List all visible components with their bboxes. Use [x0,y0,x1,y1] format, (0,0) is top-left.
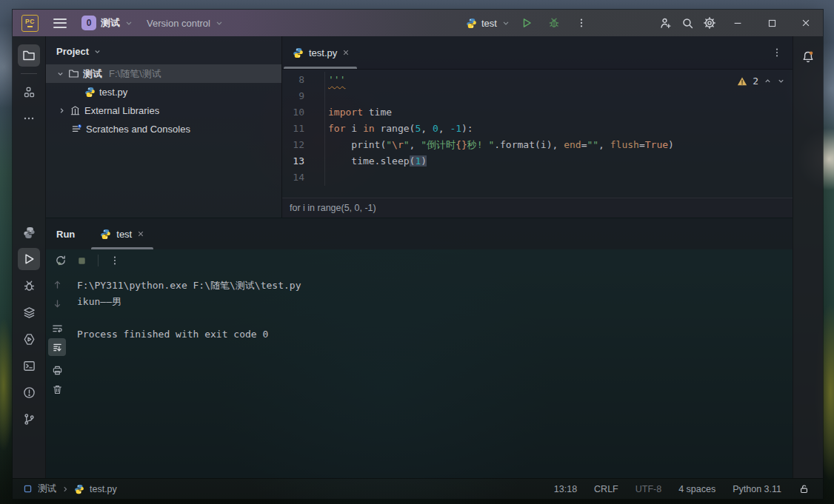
tree-row-external-libraries[interactable]: External Libraries [46,101,281,120]
settings-button[interactable] [698,13,721,33]
structure-tool-button[interactable] [18,81,40,103]
status-item[interactable]: 4 spaces [678,484,715,494]
debug-button[interactable] [543,13,565,33]
chevron-up-icon[interactable] [764,77,772,85]
scroll-to-end-button[interactable] [48,338,66,356]
close-icon [801,18,811,28]
status-item[interactable]: 13:18 [554,484,577,494]
tab-close-icon[interactable] [342,49,350,56]
python-icon [84,87,96,98]
editor-context-bar[interactable]: for i in range(5, 0, -1) [282,198,793,218]
project-badge: 0 [81,16,96,30]
folder-icon [22,49,36,62]
run-panel-header: Run test [46,218,793,249]
notifications-button[interactable] [797,46,819,68]
code-editor[interactable]: 2 8'''9 10import time11for i in range(5,… [282,70,793,198]
code-line[interactable]: 11for i in range(5, 0, -1): [282,121,793,137]
maximize-button[interactable] [755,10,789,36]
status-item[interactable]: CRLF [594,484,618,494]
top-row: Project 测试 F:\随笔\测试 test.py [46,36,793,218]
line-number[interactable]: 12 [282,137,324,153]
python-icon [466,18,477,29]
tree-row-scratches[interactable]: Scratches and Consoles [46,120,281,138]
code-line[interactable]: 8''' [282,72,793,88]
more-actions-button[interactable] [570,13,593,33]
lock-open-icon[interactable] [798,483,810,494]
status-item[interactable]: Python 3.11 [733,484,781,494]
right-tool-stripe [793,36,823,478]
libraries-icon [70,105,81,116]
status-breadcrumb[interactable]: 测试 test.py [23,483,117,495]
main-menu-icon[interactable] [52,16,68,31]
code-line[interactable]: 14 [282,169,793,186]
line-number[interactable]: 13 [282,153,324,169]
run-tab-test[interactable]: test [91,218,153,249]
more-vertical-icon [110,255,120,266]
stop-button[interactable] [73,252,90,269]
editor-tab-test-py[interactable]: test.py [282,36,358,69]
minimize-button[interactable] [721,10,755,36]
run-more-options-button[interactable] [106,252,124,269]
project-root-label: 测试 [83,67,102,81]
pycharm-logo[interactable]: PC [21,15,39,32]
code-line[interactable]: 12 print("\r", "倒计时{}秒! ".format(i), end… [282,137,793,153]
run-panel-title[interactable]: Run [56,229,75,240]
python-packages-tool-button[interactable] [18,221,40,243]
project-panel-header[interactable]: Project [46,36,281,64]
printer-icon [52,365,63,376]
tab-close-icon[interactable] [137,230,144,238]
more-tool-windows-button[interactable] [18,107,40,130]
run-tool-button[interactable] [18,248,40,270]
jump-down-button[interactable] [48,295,66,312]
clear-console-button[interactable] [48,380,66,398]
folder-icon [68,68,79,79]
project-widget[interactable]: 0 测试 [81,16,133,30]
arrow-up-icon [52,279,63,290]
debug-tool-button[interactable] [18,275,40,297]
chevron-down-icon [124,19,133,27]
code-line[interactable]: 13 time.sleep(1) [282,153,793,169]
content-area: Project 测试 F:\随笔\测试 test.py [46,36,793,478]
jump-up-button[interactable] [48,275,66,293]
console-output[interactable]: F:\PY311\python.exe F:\随笔\测试\test.pyikun… [68,272,793,478]
more-vertical-icon [772,47,782,58]
chevron-collapsed-icon[interactable] [58,107,66,115]
problems-tool-button[interactable] [18,381,40,403]
version-control-menu[interactable]: Version control [147,18,224,29]
line-number[interactable]: 11 [282,121,324,137]
code-with-me-button[interactable] [654,13,676,33]
tree-row-project-root[interactable]: 测试 F:\随笔\测试 [46,64,281,83]
services-tool-button[interactable] [18,328,40,350]
line-number[interactable]: 8 [282,72,324,88]
editor-tab-label: test.py [309,47,337,58]
services-layers-tool-button[interactable] [18,301,40,323]
code-line[interactable]: 9 [282,88,793,104]
terminal-tool-button[interactable] [18,355,40,377]
chevron-down-icon[interactable] [777,77,785,85]
version-control-tool-button[interactable] [18,408,40,430]
play-icon [521,17,533,29]
tree-row-file[interactable]: test.py [46,83,281,101]
chevron-expanded-icon[interactable] [56,70,64,78]
line-number[interactable]: 9 [282,88,324,104]
console-line: ikun——男 [77,294,793,310]
inspections-widget[interactable]: 2 [737,75,785,87]
version-control-label: Version control [147,18,210,29]
console-line: Process finished with exit code 0 [77,326,793,343]
status-item[interactable]: UTF-8 [635,484,661,494]
editor-tab-options-button[interactable] [769,44,785,61]
run-button[interactable] [516,13,538,33]
line-number[interactable]: 10 [282,104,324,121]
rerun-button[interactable] [52,252,70,269]
print-button[interactable] [48,361,66,379]
soft-wrap-button[interactable] [48,319,66,337]
chevron-down-icon [215,19,224,27]
external-libraries-label: External Libraries [84,105,159,116]
line-number[interactable]: 14 [282,169,324,186]
search-everywhere-button[interactable] [676,13,698,33]
chevron-right-icon [61,485,69,493]
run-configuration-selector[interactable]: test [466,18,510,29]
close-button[interactable] [789,10,823,36]
project-tool-button[interactable] [18,44,40,67]
code-line[interactable]: 10import time [282,104,793,121]
